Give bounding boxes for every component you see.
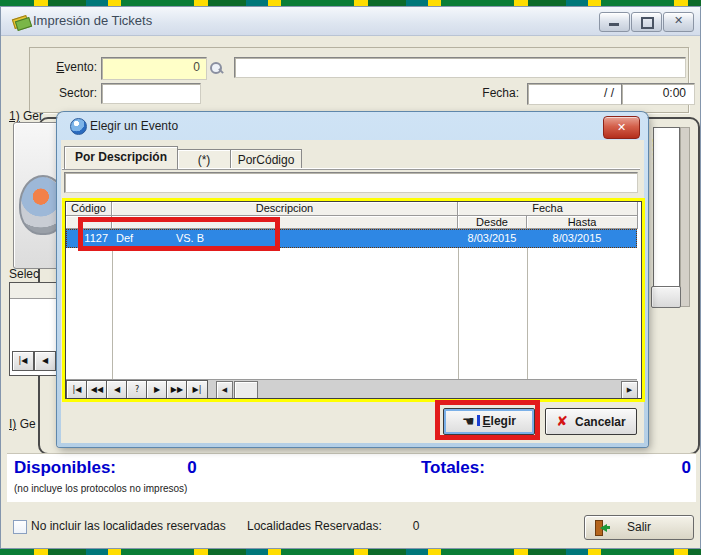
seleccionar-label: Selec	[9, 267, 39, 281]
summary-panel: Disponibles: 0 (no incluye los protocolo…	[7, 453, 696, 502]
disponibles-label: Disponibles:	[14, 458, 116, 478]
tab-por-descripcion[interactable]: Por Descripción	[64, 146, 178, 169]
salir-label: Salir	[627, 520, 651, 534]
col-header-desde[interactable]: Desde	[458, 216, 527, 229]
tab-general-label[interactable]: 1) Ger	[9, 109, 43, 123]
dialog-title: Elegir un Evento	[90, 119, 178, 133]
sector-input[interactable]	[101, 83, 201, 104]
nav-fast-next-button[interactable]: ▶▶	[166, 380, 188, 399]
left-mini-grid[interactable]: |◀ ◀	[9, 282, 60, 376]
annotation-box-elegir-button	[435, 400, 540, 440]
red-x-icon: ✘	[556, 413, 568, 429]
title-bar[interactable]: Impresión de Tickets ✕	[1, 7, 700, 36]
cell-desde: 8/03/2015	[458, 232, 526, 244]
stadium-button[interactable]	[13, 122, 61, 269]
nav-next-button[interactable]: ▶	[146, 380, 168, 399]
event-search-input[interactable]	[64, 172, 638, 193]
totales-label: Totales:	[421, 458, 485, 478]
reservadas-checkbox[interactable]	[13, 520, 27, 534]
fecha-input[interactable]: / /	[527, 83, 631, 105]
tickets-app-icon	[12, 14, 29, 28]
nav-prev-button[interactable]: ◀	[106, 380, 128, 399]
cell-hasta: 8/03/2015	[527, 232, 627, 244]
evento-input[interactable]: 0	[101, 57, 207, 80]
nav-last-button[interactable]: ▶|	[186, 380, 208, 399]
nav-search-button[interactable]: ?	[126, 380, 148, 399]
mini-grid-header	[10, 283, 59, 299]
disponibles-note: (no incluye los protocolos no impresos)	[14, 483, 187, 494]
hscroll-left-arrow[interactable]: ◀	[216, 381, 233, 399]
col-header-hasta[interactable]: Hasta	[527, 216, 638, 229]
col-header-fecha[interactable]: Fecha	[458, 202, 638, 216]
hscroll-thumb[interactable]	[234, 381, 258, 399]
hora-input[interactable]: 0:00	[621, 83, 695, 105]
right-mini-button[interactable]	[651, 286, 681, 308]
window-title: Impresión de Tickets	[33, 13, 152, 28]
col-header-descripcion[interactable]: Descripcion	[112, 202, 458, 216]
annotation-box-selected-row	[78, 217, 280, 251]
minimize-icon	[609, 23, 619, 26]
evento-label: Evento:	[41, 60, 97, 74]
search-event-button[interactable]	[209, 61, 225, 77]
desktop: Impresión de Tickets ✕ Evento: 0 Sector:…	[0, 0, 701, 555]
mini-nav-first-button[interactable]: |◀	[12, 351, 34, 371]
tab-asterisk[interactable]: (*)	[177, 149, 231, 169]
sector-label: Sector:	[41, 86, 97, 100]
localidades-reservadas-label: Localidades Reservadas:	[247, 519, 382, 533]
localidades-reservadas-value: 0	[401, 519, 431, 533]
cancelar-label: Cancelar	[575, 415, 626, 429]
dialog-app-icon	[70, 118, 87, 135]
nav-fast-prev-button[interactable]: ◀◀	[86, 380, 108, 399]
event-name-input[interactable]	[234, 57, 686, 78]
restore-button[interactable]	[631, 12, 662, 32]
col-header-codigo[interactable]: Código	[66, 202, 112, 216]
salir-button[interactable]: Salir	[584, 515, 694, 540]
right-list-sliver	[653, 127, 680, 307]
fecha-label: Fecha:	[469, 86, 519, 100]
cancelar-button[interactable]: ✘Cancelar	[545, 408, 637, 435]
grid-navigator: |◀ ◀◀ ◀ ? ▶ ▶▶ ▶| ◀ ▶	[66, 379, 637, 399]
right-scrollbar-sliver[interactable]	[680, 127, 690, 307]
close-icon: ✕	[664, 14, 693, 27]
exit-door-icon	[595, 520, 609, 534]
reservadas-checkbox-label[interactable]: No incluir las localidades reservadas	[31, 519, 226, 533]
close-button[interactable]: ✕	[663, 12, 694, 32]
elegir-evento-dialog: Elegir un Evento ✕ Por Descripción (*) P…	[57, 112, 648, 447]
hscroll-right-arrow[interactable]: ▶	[621, 381, 638, 399]
disponibles-value: 0	[157, 458, 227, 478]
minimize-button[interactable]	[599, 12, 630, 32]
nav-first-button[interactable]: |◀	[66, 380, 88, 399]
totales-value: 0	[607, 458, 691, 478]
mini-nav-prev-button[interactable]: ◀	[34, 351, 56, 371]
tab-por-codigo[interactable]: PorCódigo	[230, 149, 302, 169]
dialog-close-button[interactable]: ✕	[603, 116, 640, 139]
tab-bottom-label[interactable]: I) Ge	[9, 417, 36, 431]
close-icon: ✕	[617, 121, 626, 133]
restore-icon	[641, 17, 654, 29]
